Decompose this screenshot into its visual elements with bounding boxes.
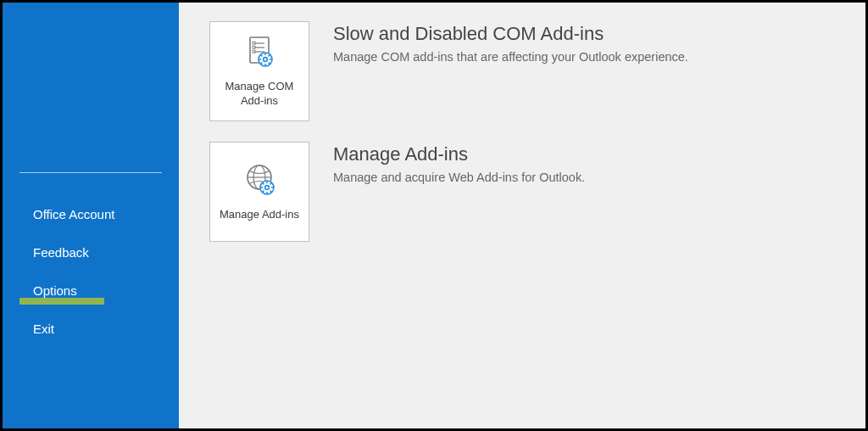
highlight-marker <box>19 298 104 305</box>
sidebar-divider <box>19 172 162 173</box>
sidebar-item-label: Office Account <box>33 207 114 221</box>
manage-com-addins-button[interactable]: Manage COM Add-ins <box>209 21 309 121</box>
tile-title: Slow and Disabled COM Add-ins <box>333 23 688 45</box>
content-pane: Manage COM Add-ins Slow and Disabled COM… <box>179 3 865 428</box>
manage-addins-button[interactable]: Manage Add-ins <box>209 142 309 242</box>
tile-row: Manage Add-ins Manage Add-ins Manage and… <box>209 142 835 242</box>
sidebar-item-label: Options <box>33 283 77 298</box>
app-frame: Office Account Feedback Options Exit <box>0 0 868 431</box>
tile-title: Manage Add-ins <box>333 143 585 165</box>
globe-gear-icon <box>240 162 279 203</box>
tile-description: Slow and Disabled COM Add-ins Manage COM… <box>333 21 688 64</box>
tile-row: Manage COM Add-ins Slow and Disabled COM… <box>209 21 835 121</box>
sidebar-nav: Office Account Feedback Options Exit <box>3 3 179 428</box>
sidebar-item-feedback[interactable]: Feedback <box>3 233 179 271</box>
tile-subtitle: Manage and acquire Web Add-ins for Outlo… <box>333 171 585 184</box>
sidebar-item-options[interactable]: Options <box>3 271 179 310</box>
tile-button-label: Manage Add-ins <box>220 208 299 222</box>
sidebar-item-label: Feedback <box>33 245 89 260</box>
tile-button-label: Manage COM Add-ins <box>214 80 305 109</box>
document-gear-icon <box>240 34 279 75</box>
sidebar-item-office-account[interactable]: Office Account <box>3 195 179 233</box>
tile-description: Manage Add-ins Manage and acquire Web Ad… <box>333 142 585 184</box>
sidebar-item-label: Exit <box>33 322 54 336</box>
sidebar-item-exit[interactable]: Exit <box>3 310 179 348</box>
tile-subtitle: Manage COM add-ins that are affecting yo… <box>333 50 688 64</box>
